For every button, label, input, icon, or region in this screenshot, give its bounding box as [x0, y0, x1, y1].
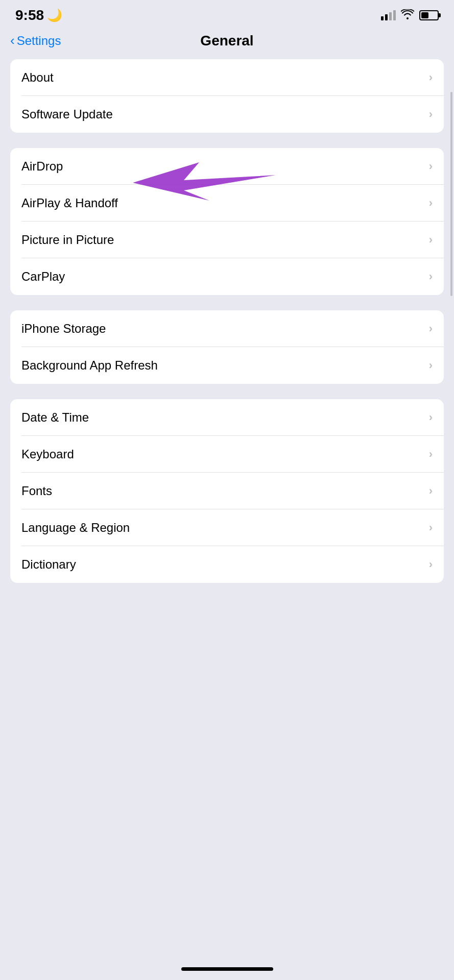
settings-row-airplay-handoff[interactable]: AirPlay & Handoff › — [10, 185, 444, 222]
software-update-chevron-icon: › — [429, 108, 433, 121]
back-button[interactable]: ‹ Settings — [10, 34, 61, 48]
settings-row-picture-in-picture[interactable]: Picture in Picture › — [10, 222, 444, 258]
back-chevron-icon: ‹ — [10, 34, 15, 47]
signal-bar-4 — [393, 10, 396, 20]
about-chevron-icon: › — [429, 71, 433, 84]
status-time: 9:58 🌙 — [15, 7, 62, 23]
settings-row-language-region[interactable]: Language & Region › — [10, 509, 444, 546]
settings-row-date-time[interactable]: Date & Time › — [10, 399, 444, 436]
moon-icon: 🌙 — [47, 8, 62, 22]
battery-body — [419, 10, 439, 20]
about-label: About — [21, 70, 54, 85]
settings-group-2: AirDrop › AirPlay & Handoff › Picture in… — [10, 148, 444, 295]
back-label: Settings — [17, 34, 61, 48]
settings-group-1: About › Software Update › — [10, 59, 444, 133]
software-update-label: Software Update — [21, 107, 113, 121]
background-app-refresh-chevron-icon: › — [429, 359, 433, 372]
scrollbar[interactable] — [450, 92, 452, 296]
nav-header: ‹ Settings General — [0, 28, 454, 59]
picture-in-picture-chevron-icon: › — [429, 233, 433, 247]
dictionary-chevron-icon: › — [429, 558, 433, 571]
airplay-handoff-label: AirPlay & Handoff — [21, 196, 118, 210]
settings-row-background-app-refresh[interactable]: Background App Refresh › — [10, 347, 444, 384]
settings-row-about[interactable]: About › — [10, 59, 444, 96]
status-bar: 9:58 🌙 — [0, 0, 454, 28]
dictionary-label: Dictionary — [21, 557, 76, 572]
settings-group-3: iPhone Storage › Background App Refresh … — [10, 310, 444, 384]
date-time-label: Date & Time — [21, 410, 89, 425]
settings-row-keyboard[interactable]: Keyboard › — [10, 436, 444, 473]
background-app-refresh-label: Background App Refresh — [21, 358, 158, 373]
language-region-chevron-icon: › — [429, 521, 433, 534]
signal-icon — [381, 10, 396, 20]
page-title: General — [200, 33, 253, 49]
fonts-chevron-icon: › — [429, 484, 433, 498]
battery-icon — [419, 10, 439, 20]
airplay-handoff-chevron-icon: › — [429, 197, 433, 210]
settings-row-dictionary[interactable]: Dictionary › — [10, 546, 444, 583]
iphone-storage-chevron-icon: › — [429, 322, 433, 335]
settings-group-4: Date & Time › Keyboard › Fonts › Languag… — [10, 399, 444, 583]
airdrop-label: AirDrop — [21, 159, 63, 174]
settings-row-iphone-storage[interactable]: iPhone Storage › — [10, 310, 444, 347]
carplay-label: CarPlay — [21, 270, 65, 284]
carplay-chevron-icon: › — [429, 270, 433, 283]
keyboard-chevron-icon: › — [429, 448, 433, 461]
settings-row-carplay[interactable]: CarPlay › — [10, 258, 444, 295]
signal-bar-1 — [381, 16, 384, 20]
picture-in-picture-label: Picture in Picture — [21, 233, 114, 247]
signal-bar-2 — [385, 14, 388, 20]
date-time-chevron-icon: › — [429, 411, 433, 424]
airdrop-chevron-icon: › — [429, 160, 433, 173]
wifi-icon — [401, 9, 414, 22]
signal-bar-3 — [389, 12, 392, 20]
home-indicator — [181, 967, 273, 971]
language-region-label: Language & Region — [21, 521, 130, 535]
settings-container: About › Software Update › AirDrop › AirP… — [0, 59, 454, 583]
settings-row-software-update[interactable]: Software Update › — [10, 96, 444, 133]
status-icons — [381, 9, 439, 22]
battery-fill — [421, 12, 428, 18]
settings-row-airdrop[interactable]: AirDrop › — [10, 148, 444, 185]
settings-row-fonts[interactable]: Fonts › — [10, 473, 444, 509]
keyboard-label: Keyboard — [21, 447, 74, 461]
fonts-label: Fonts — [21, 484, 52, 498]
time-display: 9:58 — [15, 7, 44, 23]
iphone-storage-label: iPhone Storage — [21, 322, 106, 336]
